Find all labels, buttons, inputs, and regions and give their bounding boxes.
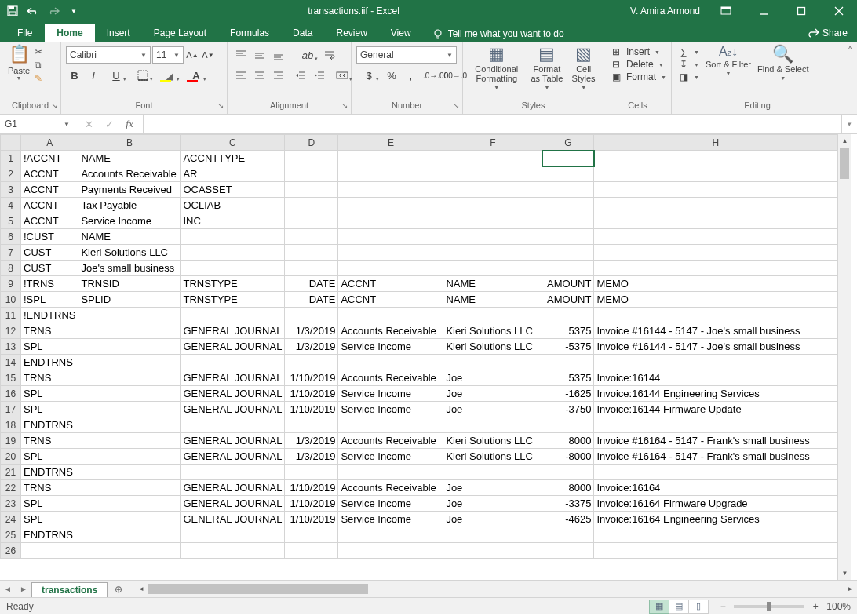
cell-D12[interactable]: 1/3/2019 <box>285 323 338 339</box>
cell-F20[interactable]: Kieri Solutions LLC <box>443 449 542 465</box>
tab-scroll-left-button[interactable]: ◄ <box>0 585 16 593</box>
tab-view[interactable]: View <box>379 24 423 42</box>
merge-center-button[interactable] <box>330 67 355 84</box>
cell-C25[interactable] <box>181 527 285 543</box>
cell-C15[interactable]: GENERAL JOURNAL <box>181 370 285 386</box>
row-header-5[interactable]: 5 <box>1 213 21 229</box>
cell-E3[interactable] <box>338 182 443 198</box>
cell-E26[interactable] <box>338 543 443 559</box>
underline-button[interactable]: U <box>104 67 129 84</box>
cell-D4[interactable] <box>285 198 338 213</box>
cell-B7[interactable]: Kieri Solutions LLC <box>78 245 181 261</box>
cell-C22[interactable]: GENERAL JOURNAL <box>181 480 285 496</box>
tab-page-layout[interactable]: Page Layout <box>142 24 218 42</box>
cell-styles-button[interactable]: ▧ Cell Styles▼ <box>568 44 599 90</box>
insert-function-button[interactable]: fx <box>119 118 140 130</box>
cell-H24[interactable]: Invoice:16164 Engineering Services <box>594 512 837 527</box>
cell-D6[interactable] <box>285 229 338 245</box>
row-header-24[interactable]: 24 <box>1 512 21 527</box>
row-header-4[interactable]: 4 <box>1 198 21 213</box>
cell-G16[interactable]: -1625 <box>542 386 594 402</box>
cell-F18[interactable] <box>443 417 542 433</box>
cell-D13[interactable]: 1/3/2019 <box>285 339 338 355</box>
cell-A17[interactable]: SPL <box>21 402 78 417</box>
row-header-15[interactable]: 15 <box>1 370 21 386</box>
cell-C14[interactable] <box>181 355 285 370</box>
row-header-11[interactable]: 11 <box>1 308 21 323</box>
row-header-20[interactable]: 20 <box>1 449 21 465</box>
clipboard-dialog-launcher[interactable]: ↘ <box>51 101 57 110</box>
normal-view-button[interactable]: ▦ <box>649 600 669 614</box>
cell-D17[interactable]: 1/10/2019 <box>285 402 338 417</box>
align-top-button[interactable] <box>232 46 250 64</box>
column-header-F[interactable]: F <box>443 135 542 151</box>
cell-E19[interactable]: Accounts Receivable <box>338 433 443 449</box>
cell-A18[interactable]: ENDTRNS <box>21 417 78 433</box>
cell-F17[interactable]: Joe <box>443 402 542 417</box>
cell-G23[interactable]: -3375 <box>542 496 594 512</box>
row-header-7[interactable]: 7 <box>1 245 21 261</box>
cell-E17[interactable]: Service Income <box>338 402 443 417</box>
cell-C23[interactable]: GENERAL JOURNAL <box>181 496 285 512</box>
accounting-format-button[interactable]: $ <box>356 67 381 84</box>
cell-E7[interactable] <box>338 245 443 261</box>
cell-G14[interactable] <box>542 355 594 370</box>
cell-D26[interactable] <box>285 543 338 559</box>
cell-B23[interactable] <box>78 496 181 512</box>
cell-G10[interactable]: AMOUNT <box>542 292 594 308</box>
cell-F12[interactable]: Kieri Solutions LLC <box>443 323 542 339</box>
font-color-button[interactable]: A <box>184 67 209 84</box>
cell-B21[interactable] <box>78 465 181 480</box>
cell-F24[interactable]: Joe <box>443 512 542 527</box>
row-header-26[interactable]: 26 <box>1 543 21 559</box>
column-header-H[interactable]: H <box>594 135 837 151</box>
row-header-18[interactable]: 18 <box>1 417 21 433</box>
minimize-button[interactable] <box>746 0 782 22</box>
horizontal-scroll-thumb[interactable] <box>148 584 368 594</box>
qat-customize-button[interactable]: ▼ <box>64 2 83 20</box>
cell-F8[interactable] <box>443 261 542 276</box>
cell-H6[interactable] <box>594 229 837 245</box>
cell-D7[interactable] <box>285 245 338 261</box>
enter-formula-button[interactable]: ✓ <box>99 118 119 130</box>
cell-C10[interactable]: TRNSTYPE <box>181 292 285 308</box>
cell-H13[interactable]: Invoice #16144 - 5147 - Joe's small busi… <box>594 339 837 355</box>
cell-B3[interactable]: Payments Received <box>78 182 181 198</box>
paste-button[interactable]: Paste <box>8 66 30 75</box>
cell-B22[interactable] <box>78 480 181 496</box>
cell-E13[interactable]: Service Income <box>338 339 443 355</box>
cell-B14[interactable] <box>78 355 181 370</box>
row-header-17[interactable]: 17 <box>1 402 21 417</box>
cell-B18[interactable] <box>78 417 181 433</box>
autosum-button[interactable]: ∑▼ <box>676 46 699 57</box>
cell-E14[interactable] <box>338 355 443 370</box>
cell-H9[interactable]: MEMO <box>594 276 837 292</box>
find-select-button[interactable]: 🔍 Find & Select▼ <box>754 44 811 81</box>
insert-cells-button[interactable]: ⊞Insert▼ <box>609 46 666 57</box>
number-format-combo[interactable]: General▼ <box>356 46 457 64</box>
cell-B1[interactable]: NAME <box>78 151 181 166</box>
cell-A16[interactable]: SPL <box>21 386 78 402</box>
column-header-G[interactable]: G <box>542 135 594 151</box>
cell-B8[interactable]: Joe's small business <box>78 261 181 276</box>
tab-scroll-right-button[interactable]: ► <box>16 585 31 593</box>
row-header-19[interactable]: 19 <box>1 433 21 449</box>
cell-A14[interactable]: ENDTRNS <box>21 355 78 370</box>
tab-review[interactable]: Review <box>324 24 378 42</box>
cell-B12[interactable] <box>78 323 181 339</box>
cell-D5[interactable] <box>285 213 338 229</box>
user-name[interactable]: V. Amira Armond <box>624 5 706 16</box>
row-header-25[interactable]: 25 <box>1 527 21 543</box>
name-box[interactable]: G1▼ <box>0 115 75 133</box>
cell-C12[interactable]: GENERAL JOURNAL <box>181 323 285 339</box>
borders-button[interactable] <box>130 67 155 84</box>
cell-D10[interactable]: DATE <box>285 292 338 308</box>
sort-filter-button[interactable]: AZ↓ Sort & Filter▼ <box>702 44 754 76</box>
cell-C24[interactable]: GENERAL JOURNAL <box>181 512 285 527</box>
cell-G5[interactable] <box>542 213 594 229</box>
zoom-out-button[interactable]: − <box>717 601 729 612</box>
cell-F15[interactable]: Joe <box>443 370 542 386</box>
cell-E11[interactable] <box>338 308 443 323</box>
column-header-C[interactable]: C <box>181 135 285 151</box>
clear-button[interactable]: ◨▼ <box>676 71 699 82</box>
